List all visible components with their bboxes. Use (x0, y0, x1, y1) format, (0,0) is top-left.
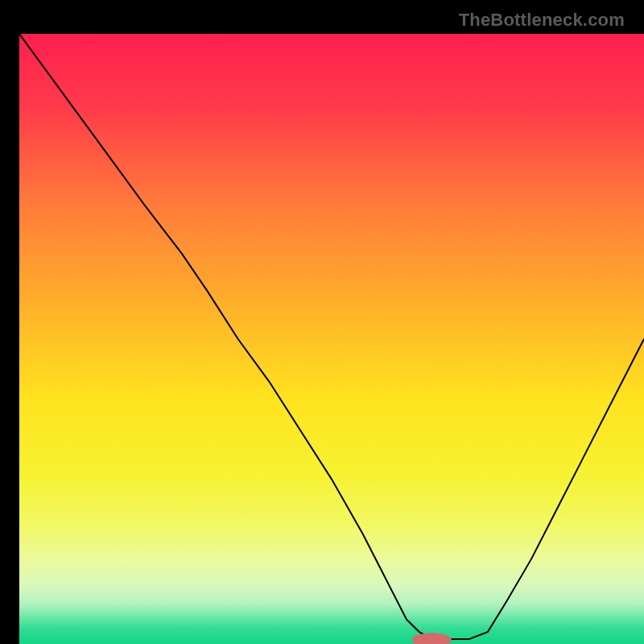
watermark-text: TheBottleneck.com (459, 10, 625, 31)
chart-frame: TheBottleneck.com (10, 10, 634, 634)
bottleneck-chart (19, 34, 644, 644)
gradient-background (19, 34, 644, 644)
